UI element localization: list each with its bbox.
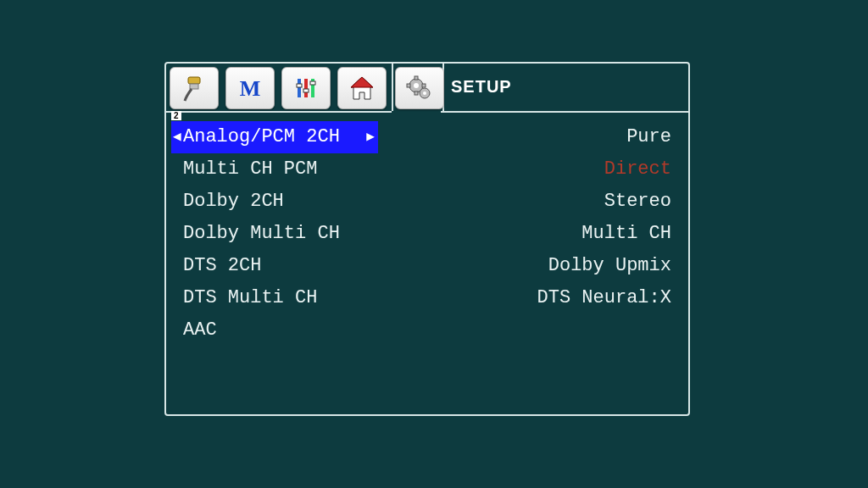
arrow-left-icon[interactable]: ◀ <box>173 121 181 153</box>
source-format-list: ◀ Analog/PCM 2CH ▶ Multi CH PCM Dolby 2C… <box>171 121 444 414</box>
tab-setup[interactable] <box>395 67 444 109</box>
mode-item[interactable]: Stereo <box>604 186 676 218</box>
menu-body: ◀ Analog/PCM 2CH ▶ Multi CH PCM Dolby 2C… <box>166 121 688 414</box>
page-badge: 2 <box>171 111 181 120</box>
tab-home[interactable] <box>337 67 387 109</box>
tab-menu-m[interactable]: M <box>225 67 275 109</box>
list-item-label: Dolby 2CH <box>183 191 284 212</box>
svg-rect-3 <box>298 79 301 97</box>
svg-marker-10 <box>351 77 373 87</box>
list-item-label: Multi CH PCM <box>183 158 317 180</box>
mode-item[interactable]: DTS Neural:X <box>537 282 676 314</box>
mode-label: Stereo <box>604 191 671 212</box>
gear-icon <box>405 74 434 103</box>
mode-item-current[interactable]: Direct <box>604 153 676 186</box>
list-item-selected[interactable]: ◀ Analog/PCM 2CH ▶ <box>171 121 378 153</box>
tab-equalizer[interactable] <box>281 67 331 109</box>
mode-item[interactable]: Dolby Upmix <box>548 250 676 282</box>
hdmi-icon <box>180 74 209 103</box>
list-item-label: Analog/PCM 2CH <box>183 126 340 147</box>
svg-rect-1 <box>190 84 198 89</box>
svg-rect-6 <box>297 84 302 87</box>
svg-rect-13 <box>415 76 418 80</box>
svg-text:M: M <box>240 76 261 101</box>
list-item[interactable]: Dolby 2CH <box>171 186 444 218</box>
svg-rect-0 <box>188 77 200 84</box>
list-item[interactable]: Multi CH PCM <box>171 153 444 186</box>
equalizer-icon <box>292 74 320 103</box>
svg-rect-15 <box>407 84 410 87</box>
mode-label: Dolby Upmix <box>548 255 671 276</box>
tab-hdmi[interactable] <box>170 67 219 109</box>
list-item[interactable]: DTS Multi CH <box>171 282 444 314</box>
mode-label: Multi CH <box>581 223 671 244</box>
svg-rect-16 <box>422 84 426 87</box>
list-item[interactable]: AAC <box>171 314 444 347</box>
list-item-label: DTS 2CH <box>183 255 261 276</box>
mode-label: Pure <box>626 126 671 147</box>
mode-item[interactable]: Multi CH <box>581 218 676 250</box>
list-item-label: DTS Multi CH <box>183 287 317 308</box>
mode-label: DTS Neural:X <box>537 287 671 308</box>
sound-mode-list: Pure Direct Stereo Multi CH Dolby Upmix … <box>444 121 676 414</box>
arrow-right-icon[interactable]: ▶ <box>366 121 375 153</box>
list-item[interactable]: DTS 2CH <box>171 250 444 282</box>
svg-rect-7 <box>303 89 309 92</box>
tab-divider-right <box>441 111 688 113</box>
svg-rect-8 <box>310 81 315 85</box>
svg-rect-14 <box>415 92 418 95</box>
setup-panel: M <box>164 62 690 416</box>
home-icon <box>348 74 376 103</box>
tab-divider-left <box>166 111 392 113</box>
list-item[interactable]: Dolby Multi CH <box>171 218 444 250</box>
menu-m-icon: M <box>236 74 264 103</box>
setup-title: SETUP <box>451 77 512 97</box>
svg-point-12 <box>414 83 419 88</box>
svg-rect-4 <box>304 79 308 97</box>
mode-label: Direct <box>604 158 671 180</box>
list-item-label: AAC <box>183 319 217 341</box>
svg-point-18 <box>423 92 426 95</box>
list-item-label: Dolby Multi CH <box>183 223 340 244</box>
mode-item[interactable]: Pure <box>626 121 676 153</box>
tab-bar: M <box>166 64 688 113</box>
